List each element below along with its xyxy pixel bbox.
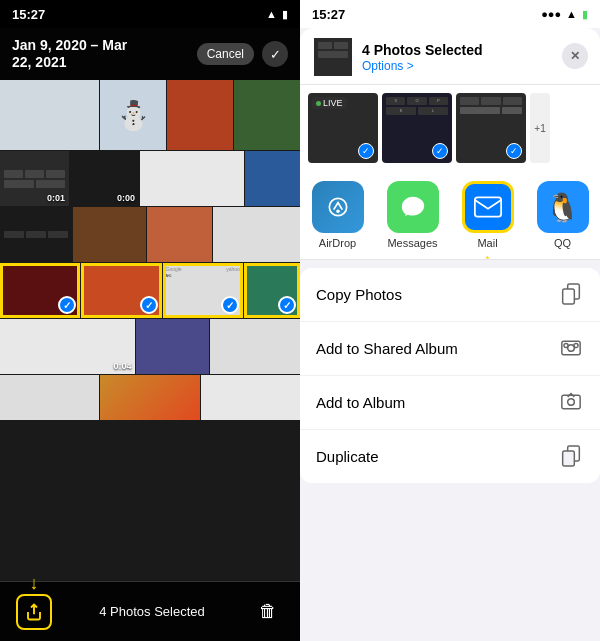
qq-app[interactable]: 🐧 QQ (537, 181, 589, 249)
grid-row (0, 207, 300, 262)
svg-point-9 (574, 343, 578, 347)
grid-cell[interactable]: ⛄ (100, 80, 166, 150)
grid-row-selected: ✓ ✓ Googleyahoo A€i ✓ ✓ (0, 263, 300, 318)
grid-cell[interactable]: 0:01 (0, 151, 69, 206)
add-to-album-label: Add to Album (316, 394, 405, 411)
grid-cell[interactable] (167, 80, 233, 150)
video-duration-badge: 0:01 (47, 193, 65, 203)
mail-arrow-annotation: ↑ (483, 250, 492, 260)
duplicate-label: Duplicate (316, 448, 379, 465)
svg-rect-10 (562, 395, 580, 408)
left-status-icons: ▲ ▮ (266, 8, 288, 21)
mail-app[interactable]: ↑ Mail (462, 181, 514, 249)
shared-album-icon (558, 335, 584, 361)
share-header-info: 4 Photos Selected Options > (362, 42, 586, 73)
airdrop-app[interactable]: AirDrop (312, 181, 364, 249)
svg-point-8 (564, 343, 568, 347)
left-bottom-bar: ↓ 4 Photos Selected 🗑 (0, 581, 300, 641)
mail-label: Mail (477, 237, 497, 249)
grid-cell[interactable]: ✓ (81, 263, 161, 318)
grid-cell[interactable] (0, 80, 99, 150)
delete-button[interactable]: 🗑 (252, 596, 284, 628)
battery-icon: ▮ (282, 8, 288, 21)
messages-app[interactable]: Messages (387, 181, 439, 249)
right-status-icons: ●●● ▲ ▮ (541, 8, 588, 21)
checkmark-button[interactable]: ✓ (262, 41, 288, 67)
close-button[interactable]: ✕ (562, 43, 588, 69)
add-to-shared-album-label: Add to Shared Album (316, 340, 458, 357)
copy-photos-action[interactable]: Copy Photos (300, 268, 600, 320)
strip-more: +1 (530, 93, 550, 163)
grid-cell[interactable] (73, 207, 145, 262)
arrow-annotation: ↓ (30, 573, 39, 594)
grid-cell[interactable]: 0:00 (70, 151, 139, 206)
selected-count: 4 Photos Selected (99, 604, 205, 619)
left-header-actions: Cancel ✓ (197, 41, 288, 67)
grid-cell[interactable] (245, 151, 300, 206)
svg-point-2 (336, 210, 339, 213)
left-panel: 15:27 ▲ ▮ Jan 9, 2020 – Mar22, 2021 Canc… (0, 0, 300, 641)
add-to-album-action[interactable]: Add to Album (300, 375, 600, 428)
grid-cell[interactable] (136, 319, 208, 374)
strip-photo-3[interactable]: ✓ (456, 93, 526, 163)
grid-cell[interactable]: ✓ (244, 263, 300, 318)
video-duration-badge: 0:00 (117, 193, 135, 203)
copy-icon (558, 281, 584, 307)
grid-cell[interactable] (201, 375, 300, 420)
grid-cell[interactable] (213, 207, 300, 262)
grid-cell[interactable] (0, 207, 72, 262)
left-status-bar: 15:27 ▲ ▮ (0, 0, 300, 28)
live-badge: LIVE (312, 97, 347, 109)
check-overlay: ✓ (506, 143, 522, 159)
grid-cell[interactable]: 0:04 (0, 319, 135, 374)
album-icon (558, 389, 584, 415)
svg-point-11 (568, 399, 575, 406)
wifi-icon: ▲ (566, 8, 577, 20)
grid-cell[interactable]: Googleyahoo A€i ✓ (163, 263, 243, 318)
selection-badge: ✓ (278, 296, 296, 314)
live-dot (316, 101, 321, 106)
app-icons-row: AirDrop Messages ↑ Mail (300, 171, 600, 260)
wifi-icon: ▲ (266, 8, 277, 20)
svg-rect-3 (474, 197, 500, 216)
messages-label: Messages (387, 237, 437, 249)
action-list-group: Copy Photos Add to Shared Album (300, 268, 600, 483)
video-duration-badge: 0:04 (113, 361, 131, 371)
grid-cell[interactable] (147, 207, 212, 262)
left-header-title: Jan 9, 2020 – Mar22, 2021 (12, 37, 127, 71)
svg-rect-5 (563, 289, 575, 304)
share-btn-wrapper: ↓ (16, 594, 52, 630)
share-sheet: 4 Photos Selected Options > ✕ LIVE ✓ 9 O (300, 28, 600, 641)
cancel-button[interactable]: Cancel (197, 43, 254, 65)
left-header: Jan 9, 2020 – Mar22, 2021 Cancel ✓ (0, 28, 300, 80)
strip-photo-1[interactable]: LIVE ✓ (308, 93, 378, 163)
share-button[interactable] (16, 594, 52, 630)
qq-label: QQ (554, 237, 571, 249)
selection-badge: ✓ (221, 296, 239, 314)
grid-cell[interactable] (210, 319, 300, 374)
grid-cell[interactable] (100, 375, 199, 420)
messages-icon-circle (387, 181, 439, 233)
add-to-shared-album-action[interactable]: Add to Shared Album (300, 321, 600, 374)
grid-cell[interactable] (0, 375, 99, 420)
strip-photo-2[interactable]: 9 O P K L ✓ (382, 93, 452, 163)
duplicate-action[interactable]: Duplicate (300, 429, 600, 482)
photo-grid: ⛄ (0, 80, 300, 581)
right-status-time: 15:27 (312, 7, 345, 22)
grid-row: ⛄ (0, 80, 300, 150)
airdrop-icon-circle (312, 181, 364, 233)
share-options-link[interactable]: Options > (362, 59, 586, 73)
share-header-thumbnail (314, 38, 352, 76)
check-overlay: ✓ (432, 143, 448, 159)
signal-icon: ●●● (541, 8, 561, 20)
duplicate-icon (558, 443, 584, 469)
action-list: Copy Photos Add to Shared Album (300, 260, 600, 641)
copy-photos-label: Copy Photos (316, 286, 402, 303)
battery-icon: ▮ (582, 8, 588, 21)
grid-cell[interactable] (140, 151, 244, 206)
grid-cell[interactable]: ✓ (0, 263, 80, 318)
svg-rect-13 (563, 451, 575, 466)
check-overlay: ✓ (358, 143, 374, 159)
mail-icon-circle (462, 181, 514, 233)
grid-cell[interactable] (234, 80, 300, 150)
